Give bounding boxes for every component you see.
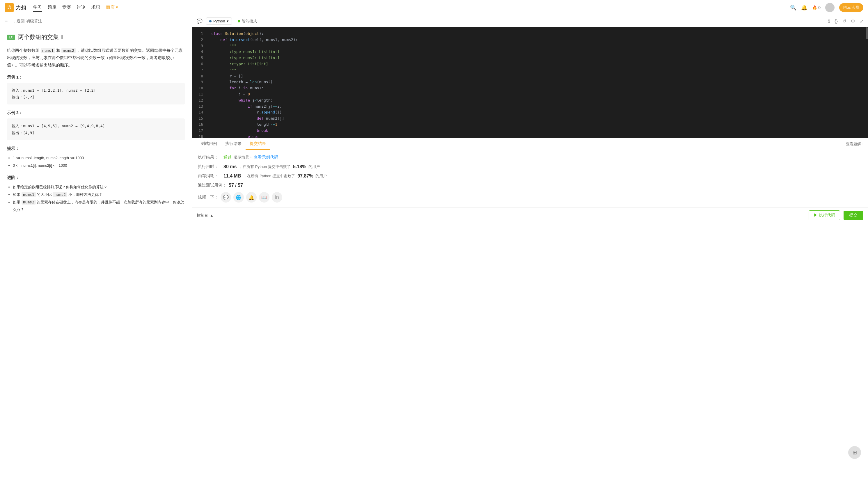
- plus-button[interactable]: Plus 会员: [839, 3, 863, 12]
- time-result-row: 执行用时： 80 ms ，在所有 Python 提交中击败了 5.18% 的用户: [198, 164, 862, 170]
- line-number: 1: [192, 31, 207, 37]
- undo-icon[interactable]: ↺: [842, 18, 846, 24]
- nav-items: 学习 题库 竞赛 讨论 求职 商店 ▾: [33, 3, 118, 12]
- grid-icon: ⊞: [852, 449, 857, 456]
- back-link[interactable]: ‹ 返回 初级算法: [14, 19, 42, 24]
- floating-action-button[interactable]: ⊞: [848, 446, 861, 459]
- chevron-right-icon: ›: [862, 142, 863, 146]
- code-token: length:: [257, 98, 273, 102]
- settings-icon[interactable]: ⚙: [851, 18, 855, 24]
- code-line: :rtype: List[int]: [211, 61, 861, 67]
- code-token: in: [243, 86, 250, 90]
- left-content: LC 两个数组的交集 II 给你两个整数数组 nums1 和 nums2 ，请你…: [0, 27, 192, 488]
- footer-bar: 控制台 ▲ ▶ 执行代码 提交: [192, 207, 868, 223]
- code-token: <: [255, 98, 257, 102]
- hint-section: 提示： 1 <= nums1.length, nums2.length <= 1…: [7, 146, 185, 170]
- hint-item: 1 <= nums1.length, nums2.length <= 1000: [13, 154, 185, 162]
- code-token: for: [211, 86, 239, 90]
- bell-icon[interactable]: 🔔: [801, 4, 807, 11]
- nav-contest[interactable]: 竞赛: [62, 3, 71, 11]
- avatar[interactable]: [825, 3, 835, 12]
- code-line: if nums2[j]==i:: [211, 103, 861, 110]
- memory-label: 内存消耗：: [198, 174, 221, 179]
- logo[interactable]: 力 力扣: [5, 3, 26, 12]
- code-token: length: [211, 122, 271, 127]
- code-line: del nums2[j]: [211, 116, 861, 122]
- code-token: (i): [275, 110, 282, 114]
- share-section: 炫耀一下： 💬 🌐 🔔 📖 in: [198, 192, 862, 203]
- view-solution-text: 查看题解: [846, 142, 861, 147]
- line-number: 12: [192, 97, 207, 103]
- time-value: 80 ms: [223, 164, 237, 170]
- nav-problems[interactable]: 题库: [48, 3, 57, 11]
- language-selector[interactable]: Python ▾: [206, 18, 232, 25]
- nav-jobs[interactable]: 求职: [91, 3, 100, 11]
- hint-list: 1 <= nums1.length, nums2.length <= 1000 …: [7, 154, 185, 170]
- code-line: for i in nums1:: [211, 85, 861, 91]
- chat-icon[interactable]: 💬: [197, 18, 203, 24]
- tab-test-case[interactable]: 测试用例: [197, 138, 221, 150]
- code-token: :type nums2: List[int]: [211, 56, 280, 60]
- fire-count-value: 0: [818, 5, 820, 10]
- fire-icon: 🔥: [812, 5, 817, 10]
- example1-content: 输入：nums1 = [1,2,2,1], nums2 = [2,2] 输出：[…: [12, 88, 96, 99]
- share-linkedin[interactable]: in: [272, 192, 282, 203]
- test-result-row: 通过测试用例： 57 / 57: [198, 183, 862, 188]
- fullscreen-icon[interactable]: ⤢: [860, 18, 863, 24]
- share-notification[interactable]: 🔔: [246, 192, 257, 203]
- chevron-down-icon: ▾: [227, 19, 229, 23]
- share-wechat[interactable]: 💬: [221, 192, 231, 203]
- code-line: else:: [211, 134, 861, 138]
- code-line: r = []: [211, 73, 861, 80]
- footer-right: ▶ 执行代码 提交: [809, 210, 863, 220]
- code-token: i: [239, 86, 243, 90]
- braces-icon[interactable]: {}: [835, 19, 838, 24]
- console-toggle[interactable]: 控制台 ▲: [197, 213, 214, 218]
- show-detail[interactable]: 显示情景 ›: [234, 155, 251, 160]
- code-token: Solution: [225, 31, 243, 36]
- tab-submit-result[interactable]: 提交结果: [246, 138, 270, 150]
- code-content[interactable]: class Solution(object): def intersect(se…: [207, 27, 866, 138]
- tab-exec-result[interactable]: 执行结果: [221, 138, 246, 150]
- code-token: ):: [259, 31, 264, 36]
- code-token: len: [250, 80, 257, 84]
- exec-result-row: 执行结果： 通过 显示情景 › 查看示例代码: [198, 155, 862, 160]
- console-arrow-icon: ▲: [210, 213, 214, 218]
- smart-mode-label: 智能模式: [242, 19, 257, 24]
- lang-dot: [209, 20, 212, 22]
- nav-shop[interactable]: 商店 ▾: [106, 3, 118, 11]
- code-line: :type nums2: List[int]: [211, 55, 861, 61]
- line-number: 5: [192, 55, 207, 61]
- smart-mode: 智能模式: [238, 19, 257, 24]
- code-line: """: [211, 67, 861, 73]
- left-header: ≡ ‹ 返回 初级算法: [0, 15, 192, 27]
- line-number: 3: [192, 43, 207, 49]
- view-solution[interactable]: 查看题解 ›: [846, 142, 863, 147]
- nav-learn[interactable]: 学习: [33, 3, 42, 12]
- code-token: del: [211, 116, 266, 120]
- code-editor[interactable]: 123456789101112131415161718192021 class …: [192, 27, 868, 138]
- search-icon[interactable]: 🔍: [790, 4, 797, 11]
- example2-content: 输入：nums1 = [4,9,5], nums2 = [9,4,9,8,4] …: [12, 124, 105, 135]
- scrollbar-track[interactable]: [866, 27, 868, 138]
- fire-count: 🔥 0: [812, 5, 820, 10]
- code-token: r.: [211, 110, 261, 114]
- share-douban[interactable]: 📖: [259, 192, 270, 203]
- info-icon[interactable]: ℹ: [828, 18, 830, 24]
- test-label: 通过测试用例：: [198, 183, 226, 188]
- menu-icon[interactable]: ≡: [5, 18, 8, 24]
- code-token: :type nums1: List[int]: [211, 50, 280, 54]
- advanced-item: 如果 nums1 的大小比 nums2 小，哪种方法更优？: [13, 191, 185, 199]
- run-button[interactable]: ▶ 执行代码: [809, 210, 840, 220]
- nav-right: 🔍 🔔 🔥 0 Plus 会员: [790, 3, 863, 12]
- show-example-link[interactable]: 查看示例代码: [254, 155, 278, 160]
- code-token: append: [261, 110, 275, 114]
- editor-actions: ℹ {} ↺ ⚙ ⤢: [828, 18, 863, 24]
- submit-button[interactable]: 提交: [843, 211, 863, 220]
- result-tabs: 测试用例 执行结果 提交结果 查看题解 ›: [192, 138, 868, 150]
- code-line: """: [211, 43, 861, 49]
- code-token: def: [211, 37, 229, 42]
- nav-discuss[interactable]: 讨论: [77, 3, 86, 11]
- code-line: class Solution(object):: [211, 31, 861, 37]
- share-weibo[interactable]: 🌐: [234, 192, 244, 203]
